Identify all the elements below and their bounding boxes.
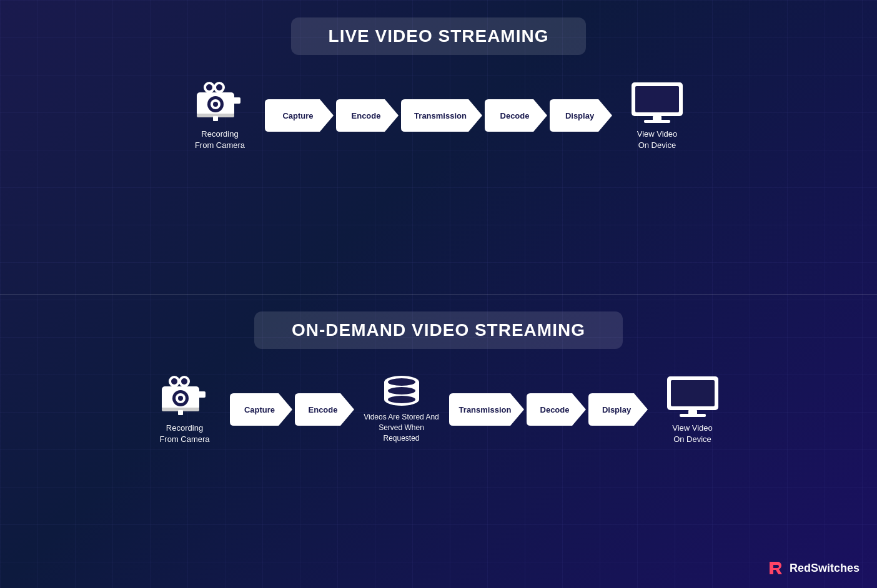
brand-logo-icon (767, 559, 785, 577)
ondemand-monitor: View VideoOn Device (655, 374, 730, 445)
brand: RedSwitches (767, 559, 860, 577)
ondemand-storage: Videos Are Stored AndServed WhenRequeste… (358, 376, 445, 443)
ondemand-decode-label: Decode (538, 405, 575, 414)
database-icon (383, 376, 420, 407)
live-capture-label: Capture (280, 111, 318, 120)
live-step-transmission: Transmission (401, 99, 482, 132)
ondemand-step-transmission: Transmission (449, 393, 524, 426)
ondemand-flow-row: RecordingFrom Camera Capture Encode (147, 374, 730, 445)
svg-point-32 (388, 387, 415, 394)
ondemand-transmission-label: Transmission (457, 405, 517, 414)
svg-rect-25 (178, 410, 183, 415)
monitor-icon (629, 80, 685, 124)
ondemand-encode-label: Encode (306, 405, 343, 414)
ondemand-capture-label: Capture (242, 405, 280, 414)
live-flow-row: RecordingFrom Camera Capture Encode (182, 80, 695, 151)
ondemand-storage-label: Videos Are Stored AndServed WhenRequeste… (364, 412, 439, 443)
camera-icon-2 (157, 374, 213, 418)
svg-point-18 (181, 378, 187, 385)
svg-rect-12 (635, 86, 679, 112)
live-transmission-label: Transmission (412, 111, 472, 120)
live-step-encode: Encode (336, 99, 399, 132)
svg-rect-10 (213, 116, 218, 121)
svg-rect-9 (229, 97, 240, 104)
svg-point-22 (178, 396, 183, 401)
svg-rect-24 (194, 391, 206, 398)
live-display-label: Display (563, 111, 599, 120)
live-decode-label: Decode (498, 111, 535, 120)
svg-rect-35 (671, 380, 715, 406)
live-camera: RecordingFrom Camera (182, 80, 257, 151)
svg-point-16 (171, 378, 177, 385)
svg-rect-14 (644, 120, 670, 123)
ondemand-streaming-section: ON-DEMAND VIDEO STREAMING R (0, 294, 877, 588)
ondemand-step-encode: Encode (295, 393, 354, 426)
ondemand-camera-label: RecordingFrom Camera (159, 423, 209, 445)
live-step-decode: Decode (485, 99, 547, 132)
svg-point-1 (206, 84, 212, 91)
live-streaming-section: LIVE VIDEO STREAMING (0, 0, 877, 294)
svg-rect-37 (680, 414, 706, 417)
live-monitor-label: View VideoOn Device (637, 129, 678, 151)
camera-icon (192, 80, 248, 124)
ondemand-step-display: Display (588, 393, 648, 426)
live-title: LIVE VIDEO STREAMING (329, 26, 549, 46)
ondemand-title: ON-DEMAND VIDEO STREAMING (292, 320, 585, 340)
svg-point-33 (388, 396, 415, 403)
ondemand-monitor-label: View VideoOn Device (672, 423, 713, 445)
ondemand-step-capture: Capture (230, 393, 292, 426)
live-encode-label: Encode (349, 111, 386, 120)
svg-point-3 (216, 84, 222, 91)
ondemand-camera: RecordingFrom Camera (147, 374, 222, 445)
ondemand-display-label: Display (600, 405, 636, 414)
svg-point-31 (388, 378, 415, 386)
live-camera-label: RecordingFrom Camera (195, 129, 245, 151)
svg-point-7 (213, 102, 218, 107)
ondemand-step-decode: Decode (527, 393, 586, 426)
live-title-badge: LIVE VIDEO STREAMING (291, 17, 587, 55)
live-monitor: View VideoOn Device (620, 80, 695, 151)
brand-name: RedSwitches (790, 562, 860, 575)
ondemand-title-badge: ON-DEMAND VIDEO STREAMING (254, 311, 623, 349)
monitor-icon-2 (665, 374, 721, 418)
live-step-capture: Capture (265, 99, 334, 132)
live-step-display: Display (550, 99, 612, 132)
